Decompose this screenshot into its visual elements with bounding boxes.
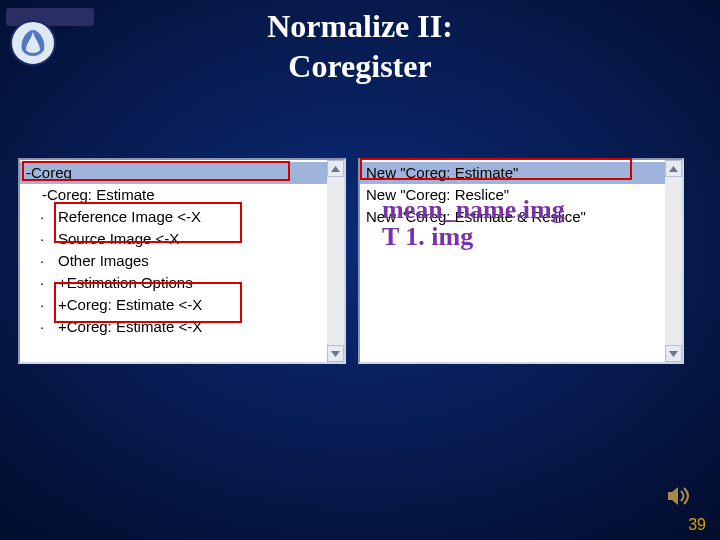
institution-logo [6,8,94,66]
slide-title-line2: Coregister [288,48,431,84]
tree-coreg-estimate-3[interactable]: +Coreg: Estimate <-X [20,316,327,338]
left-scrollbar[interactable] [327,160,344,362]
scroll-down-icon[interactable] [327,345,344,362]
scroll-up-icon[interactable] [327,160,344,177]
svg-rect-0 [6,8,94,26]
tree-coreg-estimate[interactable]: -Coreg: Estimate [20,184,327,206]
list-new-coreg-estimate[interactable]: New "Coreg: Estimate" [360,162,665,184]
tree-estimation-options[interactable]: +Estimation Options [20,272,327,294]
tree-source-image[interactable]: Source Image <-X [20,228,327,250]
list-new-coreg-reslice[interactable]: New "Coreg: Reslice" [360,184,665,206]
tree-reference-image[interactable]: Reference Image <-X [20,206,327,228]
tree-coreg-estimate-2[interactable]: +Coreg: Estimate <-X [20,294,327,316]
scroll-down-icon[interactable] [665,345,682,362]
tree-root-coreg[interactable]: -Coreg [20,162,327,184]
slide-title: Normalize II: Coregister [0,6,720,86]
coreg-tree: -Coreg -Coreg: Estimate Reference Image … [20,160,327,362]
tree-other-images[interactable]: Other Images [20,250,327,272]
sound-icon [666,484,692,512]
coreg-tree-panel: -Coreg -Coreg: Estimate Reference Image … [18,158,346,364]
slide-number: 39 [688,516,706,534]
scroll-up-icon[interactable] [665,160,682,177]
new-module-panel: New "Coreg: Estimate" New "Coreg: Reslic… [358,158,684,364]
list-new-coreg-est-reslice[interactable]: New "Coreg: Estimate & Reslice" [360,206,665,228]
svg-point-1 [11,21,55,65]
right-scrollbar[interactable] [665,160,682,362]
panels-container: -Coreg -Coreg: Estimate Reference Image … [18,158,690,364]
slide-title-line1: Normalize II: [267,8,453,44]
new-module-list: New "Coreg: Estimate" New "Coreg: Reslic… [360,160,665,362]
